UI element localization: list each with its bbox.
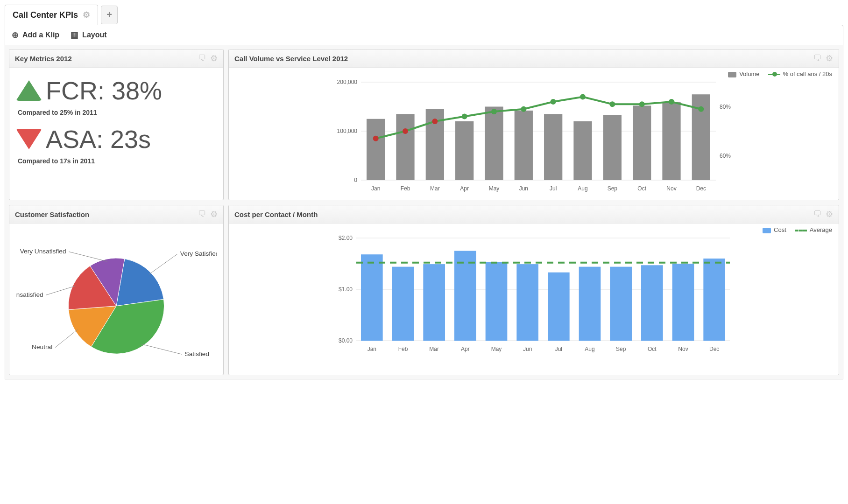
svg-text:$2.00: $2.00	[339, 235, 353, 241]
svg-point-33	[403, 128, 408, 134]
widget-title: Call Volume vs Service Level 2012	[234, 55, 348, 63]
svg-text:Aug: Aug	[578, 185, 587, 192]
svg-text:Oct: Oct	[648, 346, 657, 352]
widget-call-volume: Call Volume vs Service Level 2012 🗨 ⚙ Vo…	[228, 49, 839, 200]
asa-value: ASA: 23s	[46, 125, 151, 154]
call-volume-chart: 0100,000200,00060%80%JanFebMarAprMayJunJ…	[235, 77, 832, 194]
svg-point-35	[462, 114, 467, 119]
svg-text:Sep: Sep	[608, 185, 618, 192]
widget-header: Cost per Contact / Month 🗨 ⚙	[229, 205, 839, 224]
svg-point-40	[609, 101, 615, 107]
widget-title: Key Metrics 2012	[15, 55, 72, 63]
layout-label: Layout	[82, 31, 106, 39]
svg-rect-60	[361, 254, 383, 341]
widget-title: Cost per Contact / Month	[234, 210, 318, 218]
tab-bar: Call Center KPIs ⚙ +	[5, 5, 843, 25]
svg-rect-65	[516, 264, 538, 341]
svg-text:Apr: Apr	[460, 185, 469, 192]
svg-text:Very Satisfied: Very Satisfied	[180, 250, 217, 257]
svg-text:Feb: Feb	[398, 346, 408, 352]
comment-icon[interactable]: 🗨	[198, 209, 206, 219]
svg-text:Feb: Feb	[401, 185, 410, 192]
tab-call-center-kpis[interactable]: Call Center KPIs ⚙	[5, 5, 98, 25]
svg-rect-8	[367, 119, 385, 180]
toolbar: ⊕ Add a Klip ▦ Layout	[5, 25, 843, 45]
comment-icon[interactable]: 🗨	[198, 53, 206, 63]
svg-text:Sep: Sep	[616, 346, 626, 352]
asa-compare: Compared to 17s in 2011	[18, 157, 217, 165]
cost-chart: $0.00$1.00$2.00JanFebMarAprMayJunJulAugS…	[235, 233, 832, 355]
metric-asa: ASA: 23s	[16, 125, 217, 154]
legend-volume: Volume	[728, 70, 759, 77]
svg-text:Jun: Jun	[519, 185, 528, 192]
svg-text:Satisfied: Satisfied	[185, 350, 209, 357]
svg-rect-16	[603, 115, 622, 180]
svg-text:80%: 80%	[720, 104, 731, 110]
legend-avg: Average	[795, 226, 832, 233]
up-trend-icon	[16, 80, 42, 101]
svg-rect-12	[485, 107, 503, 181]
svg-rect-69	[641, 265, 663, 341]
comment-icon[interactable]: 🗨	[813, 209, 822, 219]
svg-point-42	[669, 99, 674, 105]
dashboard-grid: Key Metrics 2012 🗨 ⚙ FCR: 38% Compared t…	[5, 45, 843, 379]
svg-text:Jul: Jul	[555, 346, 562, 352]
svg-rect-67	[579, 267, 601, 341]
add-klip-button[interactable]: ⊕ Add a Klip	[12, 30, 59, 40]
layout-button[interactable]: ▦ Layout	[71, 30, 106, 40]
svg-rect-70	[672, 264, 694, 341]
svg-rect-11	[455, 121, 473, 180]
csat-pie-chart: Very SatisfiedSatisfiedNeutralUnsatisfie…	[16, 229, 217, 369]
add-tab-button[interactable]: +	[101, 6, 118, 24]
svg-text:Dec: Dec	[696, 185, 706, 192]
svg-text:60%: 60%	[720, 153, 731, 159]
svg-text:Oct: Oct	[637, 185, 646, 192]
gear-icon[interactable]: ⚙	[210, 209, 218, 219]
widget-key-metrics: Key Metrics 2012 🗨 ⚙ FCR: 38% Compared t…	[9, 49, 224, 200]
svg-rect-15	[573, 121, 592, 180]
svg-rect-9	[396, 114, 414, 180]
svg-line-44	[149, 254, 177, 274]
svg-line-48	[55, 329, 78, 347]
svg-text:0: 0	[354, 177, 357, 183]
gear-icon[interactable]: ⚙	[83, 10, 90, 20]
svg-text:Unsatisfied: Unsatisfied	[16, 291, 43, 298]
gear-icon[interactable]: ⚙	[826, 209, 833, 219]
svg-text:Jan: Jan	[367, 346, 376, 352]
gear-icon[interactable]: ⚙	[210, 53, 218, 63]
metric-fcr: FCR: 38%	[16, 76, 217, 105]
svg-text:100,000: 100,000	[337, 128, 358, 134]
layout-icon: ▦	[71, 30, 78, 40]
svg-point-41	[639, 101, 645, 107]
svg-point-34	[432, 119, 438, 124]
widget-header: Call Volume vs Service Level 2012 🗨 ⚙	[229, 49, 839, 68]
svg-point-43	[698, 106, 704, 112]
svg-text:200,000: 200,000	[337, 79, 358, 85]
plus-circle-icon: ⊕	[12, 30, 19, 40]
svg-text:Mar: Mar	[430, 185, 440, 192]
svg-text:Neutral: Neutral	[32, 344, 52, 351]
svg-text:$1.00: $1.00	[339, 286, 353, 293]
svg-point-32	[373, 136, 379, 141]
svg-rect-71	[703, 259, 725, 341]
svg-text:Apr: Apr	[461, 346, 470, 352]
svg-rect-18	[662, 102, 680, 180]
widget-header: Customer Satisfaction 🗨 ⚙	[9, 205, 223, 224]
comment-icon[interactable]: 🗨	[813, 53, 822, 63]
svg-rect-17	[633, 105, 651, 180]
svg-text:Dec: Dec	[709, 346, 719, 352]
svg-text:May: May	[489, 185, 500, 192]
svg-rect-14	[544, 114, 562, 180]
svg-rect-63	[454, 251, 476, 341]
svg-line-52	[69, 252, 107, 261]
svg-rect-13	[515, 111, 533, 180]
tab-title: Call Center KPIs	[13, 10, 78, 20]
svg-text:May: May	[491, 346, 502, 352]
svg-text:Very Unsatisfied: Very Unsatisfied	[20, 248, 66, 255]
gear-icon[interactable]: ⚙	[826, 53, 833, 63]
fcr-value: FCR: 38%	[46, 76, 162, 105]
svg-text:Jun: Jun	[523, 346, 532, 352]
svg-rect-68	[610, 267, 632, 341]
svg-point-39	[580, 94, 586, 100]
add-klip-label: Add a Klip	[22, 31, 59, 39]
